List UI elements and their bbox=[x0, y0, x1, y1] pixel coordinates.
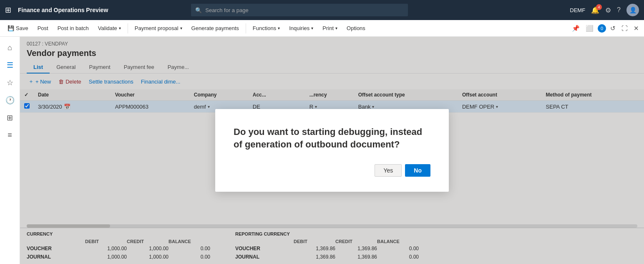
sidebar-list-icon[interactable]: ≡ bbox=[4, 127, 15, 143]
close-icon[interactable]: ✕ bbox=[632, 23, 641, 34]
sidebar-grid-icon[interactable]: ⊞ bbox=[3, 110, 16, 126]
search-icon: 🔍 bbox=[195, 7, 202, 13]
sidebar-filter-icon[interactable]: ☰ bbox=[3, 57, 17, 73]
dialog-no-button[interactable]: No bbox=[405, 164, 430, 177]
sidebar-clock-icon[interactable]: 🕐 bbox=[2, 92, 18, 108]
refresh-icon[interactable]: ↺ bbox=[609, 23, 617, 34]
payment-proposal-button[interactable]: Payment proposal ▾ bbox=[131, 22, 186, 35]
print-caret: ▾ bbox=[335, 26, 337, 30]
save-icon: 💾 bbox=[8, 25, 14, 31]
generate-payments-button[interactable]: Generate payments bbox=[187, 22, 243, 35]
expand-icon[interactable]: ⬜ bbox=[584, 23, 595, 34]
inquiries-caret: ▾ bbox=[311, 26, 313, 30]
validate-button[interactable]: Validate ▾ bbox=[94, 22, 125, 35]
dialog-box: Do you want to starting debugging, inste… bbox=[215, 109, 449, 191]
dialog-yes-button[interactable]: Yes bbox=[375, 164, 402, 177]
post-button[interactable]: Post bbox=[33, 22, 53, 35]
save-button[interactable]: 💾 Save bbox=[3, 22, 33, 35]
grid-icon[interactable]: ⊞ bbox=[5, 5, 11, 15]
payment-proposal-caret: ▾ bbox=[180, 26, 182, 30]
inquiries-button[interactable]: Inquiries ▾ bbox=[285, 22, 317, 35]
dialog-buttons: Yes No bbox=[234, 164, 430, 177]
notification-badge: 4 bbox=[596, 4, 602, 10]
help-icon[interactable]: ? bbox=[617, 6, 621, 14]
user-name: DEMF bbox=[570, 7, 585, 13]
post-in-batch-button[interactable]: Post in batch bbox=[53, 22, 93, 35]
toolbar: 💾 Save Post Post in batch Validate ▾ Pay… bbox=[0, 20, 644, 37]
functions-caret: ▾ bbox=[278, 26, 280, 30]
dialog-message: Do you want to starting debugging, inste… bbox=[234, 126, 430, 150]
sep2 bbox=[246, 23, 246, 33]
notification-icon[interactable]: 🔔 4 bbox=[591, 6, 599, 14]
validate-caret: ▾ bbox=[119, 26, 121, 30]
sep1 bbox=[128, 23, 128, 33]
pin-icon[interactable]: 📌 bbox=[570, 23, 581, 34]
dialog-overlay: Do you want to starting debugging, inste… bbox=[20, 37, 644, 264]
app-title: Finance and Operations Preview bbox=[18, 7, 108, 13]
sidebar: ⌂ ☰ ☆ 🕐 ⊞ ≡ bbox=[0, 37, 20, 264]
fullscreen-icon[interactable]: ⛶ bbox=[620, 23, 629, 33]
badge-icon[interactable]: 0 bbox=[598, 24, 606, 33]
settings-icon[interactable]: ⚙ bbox=[605, 6, 611, 14]
sidebar-home-icon[interactable]: ⌂ bbox=[4, 40, 15, 56]
options-button[interactable]: Options bbox=[342, 22, 370, 35]
main-area: 00127 : VENDPAY Vendor payments List Gen… bbox=[20, 37, 644, 264]
search-input[interactable] bbox=[205, 7, 404, 13]
print-button[interactable]: Print ▾ bbox=[318, 22, 342, 35]
sidebar-star-icon[interactable]: ☆ bbox=[3, 75, 17, 91]
avatar[interactable]: 👤 bbox=[626, 4, 639, 16]
functions-button[interactable]: Functions ▾ bbox=[249, 22, 284, 35]
search-bar[interactable]: 🔍 bbox=[191, 4, 408, 16]
